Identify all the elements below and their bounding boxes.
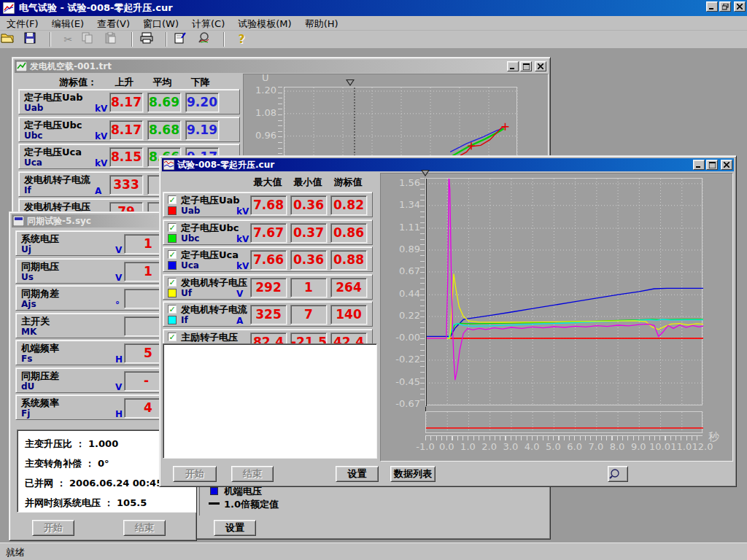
checkbox-checked-icon[interactable]: ✓ (168, 278, 177, 287)
magnifier-icon (608, 469, 627, 479)
table-row: ✓发电机转子电压UfV2921264 (163, 274, 373, 300)
value-box: 9.19 (185, 120, 219, 140)
copy-button[interactable] (82, 31, 101, 47)
app-icon (3, 2, 15, 14)
status-text: 就绪 (6, 547, 25, 558)
row-unit: kV (236, 234, 249, 244)
close-icon[interactable] (535, 61, 546, 71)
zoom-button[interactable] (198, 31, 217, 47)
menu-item-calc[interactable]: 计算(C) (185, 16, 231, 31)
y-tick-label: -0.45 (384, 376, 420, 387)
series-color-swatch (168, 261, 177, 270)
menu-item-view[interactable]: 查看(V) (90, 16, 136, 31)
column-header-rise: 上升 (107, 76, 142, 89)
window-zero-start-rise: 试验-008-零起升压.cur 最大值 最小值 游标值 ✓定子电压UabUabk… (159, 155, 737, 487)
checkbox-checked-icon[interactable]: ✓ (168, 332, 177, 341)
app-title-bar[interactable]: 电气试验 - 试验-008-零起升压.cur (0, 0, 747, 16)
value-box: 7.68 (250, 195, 287, 215)
row-unit: V (115, 382, 122, 392)
data-list-button[interactable]: 数据列表 (390, 466, 436, 482)
minimize-icon[interactable] (693, 160, 705, 170)
row-unit: kV (95, 158, 107, 168)
column-header-min: 最小值 (290, 176, 326, 189)
value-box: 140 (330, 305, 367, 324)
settings-button[interactable]: 设置 (214, 520, 256, 536)
value: 9.20 (186, 93, 218, 112)
series-color-swatch (168, 234, 177, 243)
paste-button[interactable] (105, 31, 124, 47)
value-box: 0.82 (330, 195, 367, 215)
value-box: 8.68 (147, 120, 181, 140)
chart-cursor-marker[interactable] (346, 79, 355, 86)
table-row: ✓定子电压UabUabkV7.680.360.82 (163, 192, 373, 217)
menu-item-window[interactable]: 窗口(W) (136, 16, 185, 31)
print-button[interactable] (140, 31, 159, 47)
checkbox-checked-icon[interactable]: ✓ (168, 223, 177, 232)
value-box: 82.4 (250, 332, 287, 344)
waveform-plot[interactable] (425, 178, 703, 405)
help-icon: ? (239, 33, 245, 46)
value-box: 9.20 (185, 93, 219, 112)
row-id: If (24, 185, 31, 195)
column-header-fall: 下降 (183, 76, 217, 89)
checkbox-checked-icon[interactable]: ✓ (168, 250, 177, 259)
value: 0.36 (291, 251, 326, 269)
window-title-bar[interactable]: 试验-008-零起升压.cur (162, 158, 734, 171)
series-color-swatch (168, 289, 177, 298)
row-id: Ubc (181, 233, 199, 244)
open-button[interactable] (1, 31, 20, 47)
cut-button[interactable]: ✂ (58, 31, 77, 47)
menu-item-file[interactable]: 文件(F) (0, 16, 45, 31)
value: 8.17 (110, 121, 142, 139)
properties-button[interactable] (174, 31, 193, 47)
restore-icon[interactable] (719, 1, 731, 12)
minimize-icon[interactable] (507, 61, 519, 71)
chart-legend: 机端电压 1.0倍额定值 (199, 483, 540, 516)
row-id: Us (21, 272, 34, 282)
end-button[interactable]: 结束 (231, 466, 274, 482)
chart-cursor-marker[interactable] (421, 170, 430, 176)
table-row: 定子电压UbcUbckV8.178.689.19 (18, 117, 240, 142)
column-header-max: 最大值 (249, 176, 286, 189)
value-box: 0.88 (330, 250, 367, 270)
table-row: 定子电压UabUabkV8.178.699.20 (18, 89, 240, 114)
digital-trace-panel (425, 411, 703, 433)
value: 8.15 (110, 148, 142, 166)
value-box: 0.36 (290, 250, 327, 270)
y-tick-label: 1.56 (384, 177, 420, 188)
row-id: Uj (21, 244, 31, 254)
checkbox-checked-icon[interactable]: ✓ (168, 305, 177, 314)
y-tick-label: -0.00 (384, 332, 420, 343)
menu-item-edit[interactable]: 编辑(E) (45, 16, 90, 31)
value-box: 8.17 (109, 93, 143, 112)
save-button[interactable] (24, 31, 43, 47)
settings-button[interactable]: 设置 (336, 466, 379, 482)
row-id: dU (21, 381, 34, 392)
checkbox-checked-icon[interactable]: ✓ (168, 195, 177, 204)
row-label: 主励转子电压 (181, 331, 238, 344)
minimize-icon[interactable] (706, 1, 718, 12)
help-button[interactable]: ? (232, 31, 251, 47)
app-title: 电气试验 - 试验-008-零起升压.cur (19, 0, 173, 16)
row-unit: H (115, 354, 123, 365)
window-title-bar[interactable]: 发电机空载-001.trt (15, 60, 548, 73)
start-button[interactable]: 开始 (173, 466, 217, 482)
start-button[interactable]: 开始 (32, 520, 74, 536)
close-icon[interactable] (721, 160, 732, 170)
value: 264 (331, 279, 366, 297)
end-button[interactable]: 结束 (123, 520, 166, 536)
maximize-icon[interactable] (706, 160, 718, 170)
maximize-icon[interactable] (520, 61, 532, 71)
chart-zoom-button[interactable] (608, 466, 628, 482)
value: 0.88 (331, 251, 366, 269)
legend-swatch-rated-line (209, 502, 220, 505)
row-unit: kV (95, 104, 107, 114)
row-unit: V (115, 245, 122, 255)
message-list[interactable] (163, 343, 377, 459)
open-icon (1, 32, 20, 44)
menu-item-template[interactable]: 试验模板(M) (231, 16, 298, 31)
value: -21.5 (291, 333, 326, 344)
value-box: 7 (290, 305, 327, 324)
menu-item-help[interactable]: 帮助(H) (298, 16, 345, 31)
close-icon[interactable] (734, 1, 746, 12)
